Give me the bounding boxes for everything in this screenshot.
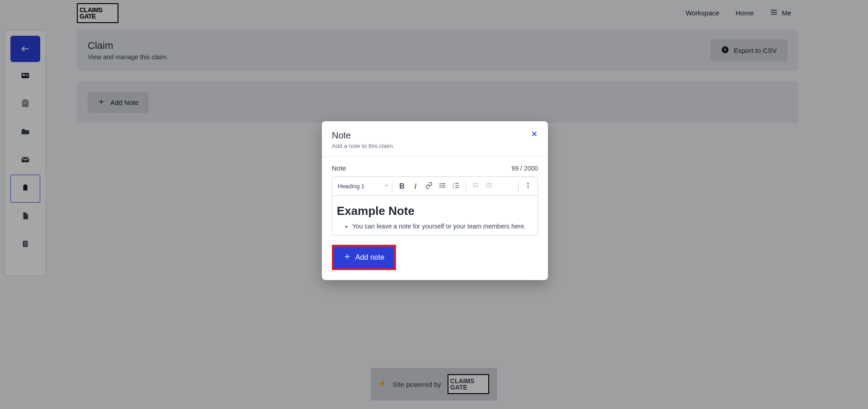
bold-icon: B xyxy=(399,182,405,190)
add-note-highlight: Add note xyxy=(332,245,396,270)
svg-rect-38 xyxy=(486,186,492,187)
indent-button[interactable] xyxy=(482,180,496,193)
chevron-down-icon xyxy=(384,183,389,190)
toolbar-separator xyxy=(518,181,519,192)
svg-marker-39 xyxy=(486,184,487,186)
modal-body: Note 99 / 2000 Heading 1 B I xyxy=(322,157,548,245)
modal-header: Note Add a note to this claim xyxy=(322,121,548,157)
editor-textarea[interactable]: Example Note You can leave a note for yo… xyxy=(332,196,538,235)
svg-rect-24 xyxy=(442,185,445,185)
numbered-list-icon: 123 xyxy=(453,182,460,191)
modal-subtitle: Add a note to this claim xyxy=(332,143,393,149)
modal-footer: Add note xyxy=(322,245,548,280)
editor-heading: Example Note xyxy=(337,204,533,218)
close-icon xyxy=(531,131,538,139)
modal-close-button[interactable] xyxy=(531,130,538,149)
dots-vertical-icon xyxy=(524,182,532,191)
rich-text-editor: Heading 1 B I xyxy=(332,176,538,236)
svg-text:3: 3 xyxy=(453,186,454,189)
heading-select[interactable]: Heading 1 xyxy=(335,180,389,193)
outdent-icon xyxy=(472,182,479,191)
svg-rect-29 xyxy=(455,183,459,183)
italic-button[interactable]: I xyxy=(409,180,422,193)
svg-marker-35 xyxy=(472,184,474,186)
svg-point-22 xyxy=(439,186,441,188)
svg-rect-32 xyxy=(473,183,478,183)
link-button[interactable] xyxy=(422,180,436,193)
svg-rect-36 xyxy=(486,183,492,183)
more-options-button[interactable] xyxy=(521,180,535,193)
note-field-label: Note xyxy=(332,164,346,172)
outdent-button[interactable] xyxy=(469,180,482,193)
numbered-list-button[interactable]: 123 xyxy=(449,180,463,193)
svg-point-20 xyxy=(439,183,441,184)
bullet-list-icon xyxy=(439,182,446,191)
plus-icon xyxy=(344,253,351,262)
note-modal: Note Add a note to this claim Note 99 / … xyxy=(322,121,548,280)
indent-icon xyxy=(486,182,493,191)
toolbar-separator xyxy=(392,181,392,192)
svg-rect-25 xyxy=(442,187,445,187)
bullet-list-button[interactable] xyxy=(436,180,449,193)
svg-point-21 xyxy=(439,185,441,186)
svg-rect-31 xyxy=(455,187,459,188)
link-icon xyxy=(425,182,433,191)
toolbar-separator xyxy=(466,181,466,192)
svg-point-41 xyxy=(528,185,529,186)
modal-title: Note xyxy=(332,130,393,141)
editor-list-item: You can leave a note for yourself or you… xyxy=(352,223,533,230)
svg-rect-34 xyxy=(473,186,478,187)
italic-icon: I xyxy=(414,182,416,190)
submit-add-note-button[interactable]: Add note xyxy=(334,247,394,268)
svg-rect-37 xyxy=(489,185,492,185)
editor-toolbar: Heading 1 B I xyxy=(332,177,538,196)
svg-rect-30 xyxy=(455,185,459,185)
svg-rect-33 xyxy=(475,185,478,185)
submit-label: Add note xyxy=(355,253,384,262)
svg-point-42 xyxy=(528,187,529,188)
bold-button[interactable]: B xyxy=(395,180,409,193)
char-count: 99 / 2000 xyxy=(512,165,538,172)
svg-point-40 xyxy=(528,183,529,184)
heading-select-value: Heading 1 xyxy=(338,183,364,190)
svg-rect-23 xyxy=(442,183,445,184)
